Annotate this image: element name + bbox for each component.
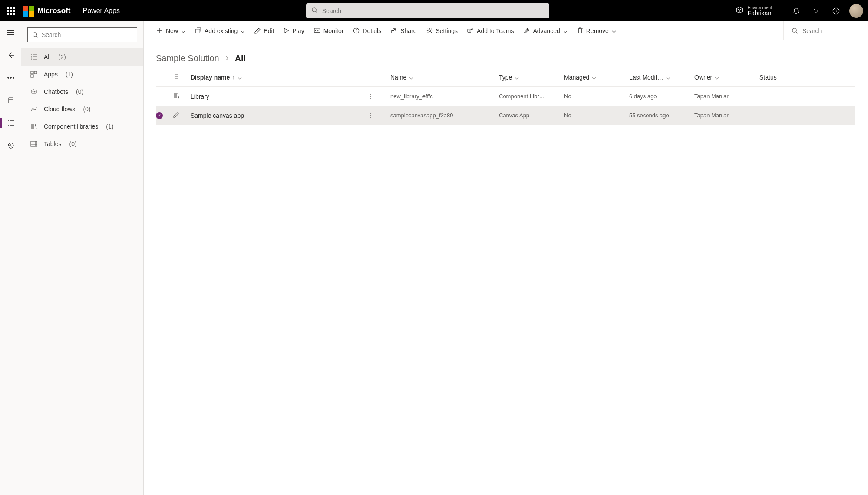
- chevron-down-icon: [666, 74, 670, 81]
- col-owner[interactable]: Owner: [694, 74, 759, 81]
- tree-item-apps[interactable]: Apps (1): [21, 66, 143, 83]
- table-row[interactable]: ✓ Sample canvas app ⋮ samplecanvasapp_f2…: [156, 106, 855, 125]
- add-to-teams-button[interactable]: Add to Teams: [463, 21, 518, 40]
- add-existing-label: Add existing: [205, 27, 238, 34]
- chevron-down-icon: [515, 74, 519, 81]
- tree-list: All (2) Apps (1) Chatbots (0) Cloud flow…: [21, 48, 143, 153]
- tree-item-chatbots[interactable]: Chatbots (0): [21, 83, 143, 100]
- tree-item-label: All: [44, 53, 51, 60]
- play-button[interactable]: Play: [279, 21, 308, 40]
- question-icon: [832, 7, 840, 15]
- cell-name: samplecanvasapp_f2a89: [390, 112, 499, 119]
- global-search-input[interactable]: [322, 7, 544, 14]
- svg-point-4: [835, 13, 836, 13]
- row-type-icon: [173, 93, 191, 100]
- rail-overview-button[interactable]: [2, 116, 20, 130]
- row-edit-icon[interactable]: [173, 112, 191, 119]
- gear-icon: [426, 27, 433, 34]
- rail-back-button[interactable]: [2, 48, 20, 62]
- rail-history-button[interactable]: [2, 139, 20, 153]
- solution-components-table: Display name ↑ Name Type Managed: [144, 68, 868, 125]
- global-search[interactable]: [306, 3, 549, 18]
- tree-item-label: Tables: [44, 140, 61, 147]
- help-button[interactable]: [827, 0, 845, 21]
- plus-icon: [157, 28, 163, 34]
- tree-item-count: (0): [69, 140, 76, 147]
- svg-line-10: [36, 36, 38, 38]
- col-type[interactable]: Type: [499, 74, 564, 81]
- environment-picker[interactable]: Environment Fabrikam: [736, 5, 773, 17]
- cell-last-modified: 55 seconds ago: [629, 112, 694, 119]
- monitor-icon: [314, 27, 320, 34]
- table-row[interactable]: Library ⋮ new_library_efffc Component Li…: [156, 87, 855, 106]
- col-display-name[interactable]: Display name ↑: [191, 74, 390, 81]
- canvas-icon: [7, 97, 14, 104]
- advanced-label: Advanced: [533, 27, 560, 34]
- svg-rect-11: [31, 71, 33, 74]
- svg-point-7: [13, 77, 14, 79]
- table-search[interactable]: [783, 21, 859, 40]
- svg-point-2: [815, 10, 817, 12]
- play-icon: [284, 28, 289, 33]
- settings-button[interactable]: Settings: [422, 21, 462, 40]
- rail-objects-button[interactable]: [2, 93, 20, 107]
- tree-search[interactable]: [27, 27, 137, 42]
- details-button[interactable]: Details: [349, 21, 386, 40]
- remove-button[interactable]: Remove: [573, 21, 620, 40]
- col-name[interactable]: Name: [390, 74, 499, 81]
- svg-rect-13: [31, 75, 33, 77]
- col-last-modified[interactable]: Last Modif…: [629, 74, 694, 81]
- more-horizontal-icon: [7, 77, 14, 79]
- tree-search-input[interactable]: [42, 31, 132, 38]
- user-avatar[interactable]: [849, 4, 863, 18]
- cell-type: Component Libr…: [499, 93, 564, 100]
- trash-icon: [577, 27, 583, 34]
- tree-item-componentlibraries[interactable]: Component libraries (1): [21, 118, 143, 135]
- tree-item-all[interactable]: All (2): [21, 48, 143, 66]
- chevron-down-icon: [592, 74, 596, 81]
- settings-button[interactable]: [807, 0, 825, 21]
- gear-icon: [812, 7, 820, 15]
- tree-item-label: Cloud flows: [44, 106, 75, 113]
- col-managed[interactable]: Managed: [564, 74, 629, 81]
- tree-item-tables[interactable]: Tables (0): [21, 135, 143, 153]
- col-status[interactable]: Status: [759, 74, 807, 81]
- info-icon: [353, 27, 360, 34]
- apps-icon: [30, 71, 38, 78]
- col-label: Managed: [564, 74, 589, 81]
- svg-rect-19: [314, 28, 320, 32]
- advanced-button[interactable]: Advanced: [519, 21, 571, 40]
- hamburger-icon: [7, 30, 14, 35]
- row-select[interactable]: ✓: [156, 112, 173, 119]
- row-menu-button[interactable]: ⋮: [368, 112, 377, 119]
- svg-rect-18: [196, 29, 200, 33]
- table-search-input[interactable]: [802, 27, 859, 34]
- edit-button[interactable]: Edit: [250, 21, 278, 40]
- tree-item-cloudflows[interactable]: Cloud flows (0): [21, 100, 143, 118]
- share-button[interactable]: Share: [386, 21, 421, 40]
- row-menu-button[interactable]: ⋮: [368, 93, 377, 100]
- chevron-down-icon: [612, 27, 616, 34]
- rail-more-button[interactable]: [2, 71, 20, 85]
- svg-point-9: [33, 33, 37, 37]
- col-label: Display name: [191, 74, 230, 81]
- monitor-button[interactable]: Monitor: [310, 21, 348, 40]
- breadcrumb-parent[interactable]: Sample Solution: [156, 53, 219, 63]
- svg-line-1: [316, 11, 317, 13]
- library-icon: [30, 123, 38, 130]
- new-label: New: [166, 27, 178, 34]
- waffle-icon: [7, 7, 15, 15]
- chevron-down-icon: [715, 74, 719, 81]
- app-launcher-button[interactable]: [0, 0, 21, 21]
- microsoft-logo: Microsoft: [23, 6, 71, 17]
- arrow-left-icon: [7, 52, 14, 59]
- tree-item-count: (1): [66, 71, 73, 78]
- left-rail: [0, 21, 21, 495]
- add-existing-button[interactable]: Add existing: [191, 21, 249, 40]
- new-button[interactable]: New: [152, 21, 190, 40]
- notifications-button[interactable]: [787, 0, 805, 21]
- svg-point-5: [7, 77, 9, 79]
- sequence-icon[interactable]: [173, 73, 191, 81]
- breadcrumb-current: All: [235, 53, 246, 63]
- rail-hamburger-button[interactable]: [2, 26, 20, 40]
